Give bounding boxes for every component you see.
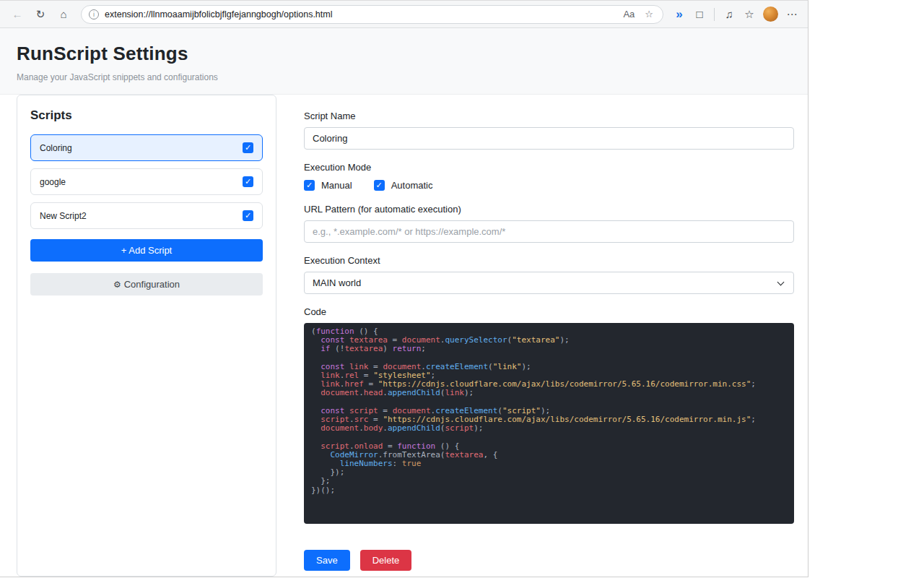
script-item[interactable]: Coloring✓ bbox=[30, 134, 263, 161]
home-icon: ⌂ bbox=[60, 8, 66, 20]
execution-context-value: MAIN world bbox=[313, 277, 361, 288]
script-item-name: Coloring bbox=[40, 143, 72, 153]
refresh-button[interactable]: ↻ bbox=[30, 4, 51, 25]
browser-menu-icon[interactable]: ⋯ bbox=[783, 6, 801, 23]
page-title: RunScript Settings bbox=[17, 43, 790, 65]
code-line: document.body.appendChild(script); bbox=[311, 424, 787, 433]
back-button[interactable]: ← bbox=[7, 4, 27, 25]
url-pattern-label: URL Pattern (for automatic execution) bbox=[304, 204, 794, 215]
toolbar-divider bbox=[714, 8, 715, 21]
gear-icon: ⚙ bbox=[113, 280, 121, 290]
script-name-label: Script Name bbox=[304, 111, 794, 121]
execution-mode-option-label: Automatic bbox=[391, 180, 433, 191]
script-enabled-checkbox[interactable]: ✓ bbox=[243, 210, 253, 221]
scripts-list: Coloring✓google✓New Script2✓ bbox=[30, 134, 263, 229]
url-pattern-group: URL Pattern (for automatic execution) bbox=[304, 204, 794, 243]
script-editor-form: Script Name Execution Mode ✓Manual✓Autom… bbox=[276, 95, 808, 577]
script-name-group: Script Name bbox=[304, 111, 794, 150]
execution-context-label: Execution Context bbox=[304, 255, 794, 266]
address-bar[interactable]: i extension://llnmoaamijbfolicbjflgfejan… bbox=[81, 5, 663, 24]
sidebar-toggle-icon[interactable]: » bbox=[671, 6, 688, 23]
execution-mode-option[interactable]: ✓Manual bbox=[304, 180, 352, 191]
home-button[interactable]: ⌂ bbox=[53, 4, 74, 25]
browser-window: ← ↻ ⌂ i extension://llnmoaamijbfolicbjfl… bbox=[0, 0, 808, 577]
page-subtitle: Manage your JavaScript snippets and conf… bbox=[17, 72, 790, 82]
add-script-button[interactable]: + Add Script bbox=[30, 239, 263, 262]
page-header: RunScript Settings Manage your JavaScrip… bbox=[0, 28, 808, 95]
back-icon: ← bbox=[12, 8, 23, 20]
code-line: })(); bbox=[311, 486, 787, 495]
add-favorite-icon[interactable]: ☆ bbox=[642, 9, 655, 20]
code-line: lineNumbers: true bbox=[311, 460, 787, 468]
refresh-icon: ↻ bbox=[36, 8, 45, 21]
code-line: }; bbox=[311, 477, 787, 486]
translate-icon[interactable]: Aa bbox=[621, 9, 637, 20]
execution-mode-checkbox[interactable]: ✓ bbox=[304, 180, 315, 191]
script-item[interactable]: New Script2✓ bbox=[30, 202, 263, 229]
page-content: Scripts Coloring✓google✓New Script2✓ + A… bbox=[0, 95, 808, 577]
chevron-down-icon bbox=[777, 279, 785, 286]
configuration-button[interactable]: ⚙Configuration bbox=[30, 273, 263, 296]
desktop: ← ↻ ⌂ i extension://llnmoaamijbfolicbjfl… bbox=[0, 0, 924, 578]
site-info-icon[interactable]: i bbox=[89, 9, 99, 20]
code-line: document.head.appendChild(link); bbox=[311, 389, 787, 397]
script-item-name: google bbox=[40, 177, 66, 187]
configuration-button-label: Configuration bbox=[124, 279, 180, 290]
execution-mode-label: Execution Mode bbox=[304, 162, 794, 173]
execution-mode-option[interactable]: ✓Automatic bbox=[374, 180, 433, 191]
options-page: RunScript Settings Manage your JavaScrip… bbox=[0, 28, 808, 577]
scripts-heading: Scripts bbox=[30, 108, 263, 123]
execution-context-group: Execution Context MAIN world bbox=[304, 255, 794, 294]
execution-mode-options: ✓Manual✓Automatic bbox=[304, 178, 794, 191]
extension-2-icon[interactable]: ☆ bbox=[741, 6, 758, 23]
execution-mode-checkbox[interactable]: ✓ bbox=[374, 180, 385, 191]
script-item[interactable]: google✓ bbox=[30, 168, 263, 195]
save-button[interactable]: Save bbox=[304, 550, 350, 571]
code-label: Code bbox=[304, 306, 794, 317]
execution-context-select[interactable]: MAIN world bbox=[304, 272, 794, 294]
execution-mode-group: Execution Mode ✓Manual✓Automatic bbox=[304, 162, 794, 191]
scripts-panel: Scripts Coloring✓google✓New Script2✓ + A… bbox=[17, 95, 276, 577]
code-line: }); bbox=[311, 468, 787, 477]
profile-avatar[interactable] bbox=[763, 7, 778, 22]
browser-toolbar: ← ↻ ⌂ i extension://llnmoaamijbfolicbjfl… bbox=[0, 1, 808, 28]
code-group: Code (function () { const textarea = doc… bbox=[304, 306, 794, 524]
script-name-input[interactable] bbox=[304, 127, 794, 150]
code-line: if (!textarea) return; bbox=[311, 345, 787, 353]
url-pattern-input[interactable] bbox=[304, 220, 794, 243]
execution-mode-option-label: Manual bbox=[321, 180, 352, 191]
code-editor[interactable]: (function () { const textarea = document… bbox=[304, 323, 794, 524]
url-text[interactable]: extension://llnmoaamijbfolicbjflgfejanng… bbox=[105, 9, 615, 20]
script-enabled-checkbox[interactable]: ✓ bbox=[243, 142, 253, 153]
collections-icon[interactable]: □ bbox=[691, 6, 708, 23]
form-actions: Save Delete bbox=[304, 550, 794, 571]
delete-button[interactable]: Delete bbox=[360, 550, 412, 571]
extension-1-icon[interactable]: ♫ bbox=[720, 6, 738, 23]
script-enabled-checkbox[interactable]: ✓ bbox=[243, 176, 253, 187]
script-item-name: New Script2 bbox=[40, 211, 87, 221]
